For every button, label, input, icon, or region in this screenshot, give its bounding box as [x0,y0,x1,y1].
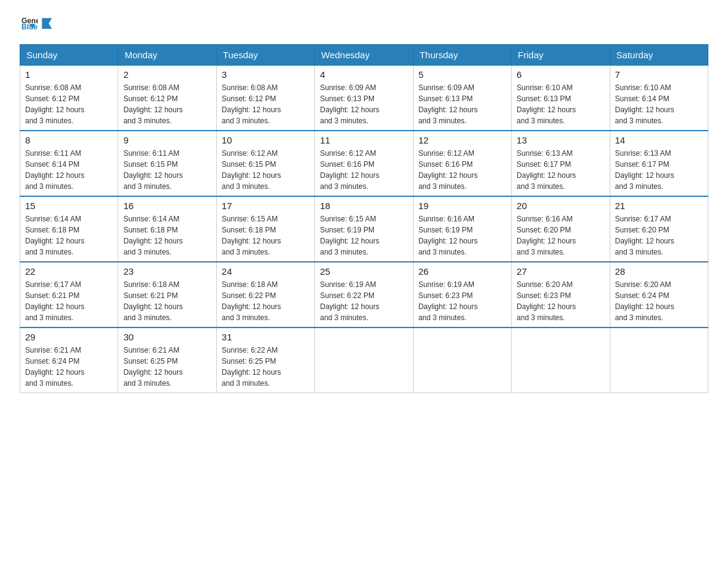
day-info: Sunrise: 6:21 AM Sunset: 6:25 PM Dayligh… [123,345,211,389]
header-thursday: Thursday [413,45,511,66]
day-number: 4 [320,69,408,80]
calendar-table: Sunday Monday Tuesday Wednesday Thursday… [20,44,708,393]
day-info: Sunrise: 6:16 AM Sunset: 6:19 PM Dayligh… [419,213,506,258]
calendar-cell: 17 Sunrise: 6:15 AM Sunset: 6:18 PM Dayl… [216,196,314,262]
calendar-cell: 30 Sunrise: 6:21 AM Sunset: 6:25 PM Dayl… [118,327,216,393]
logo-flag-icon [39,15,53,29]
day-number: 13 [517,135,604,145]
day-number: 24 [222,266,309,277]
day-number: 9 [123,135,211,145]
day-number: 27 [517,266,604,277]
day-number: 2 [123,69,211,80]
day-number: 3 [222,69,309,80]
day-number: 30 [123,332,211,342]
day-info: Sunrise: 6:17 AM Sunset: 6:20 PM Dayligh… [615,213,703,258]
day-number: 8 [25,135,113,145]
day-number: 25 [320,266,408,277]
day-info: Sunrise: 6:13 AM Sunset: 6:17 PM Dayligh… [517,148,604,192]
day-info: Sunrise: 6:11 AM Sunset: 6:15 PM Dayligh… [123,148,211,192]
day-number: 1 [25,69,113,80]
calendar-week-2: 8 Sunrise: 6:11 AM Sunset: 6:14 PM Dayli… [20,131,708,196]
day-number: 28 [615,266,703,277]
calendar-cell: 29 Sunrise: 6:21 AM Sunset: 6:24 PM Dayl… [20,327,118,393]
day-info: Sunrise: 6:17 AM Sunset: 6:21 PM Dayligh… [25,279,113,323]
day-info: Sunrise: 6:14 AM Sunset: 6:18 PM Dayligh… [123,213,211,258]
day-info: Sunrise: 6:21 AM Sunset: 6:24 PM Dayligh… [25,345,113,389]
day-number: 26 [419,266,506,277]
calendar-cell: 19 Sunrise: 6:16 AM Sunset: 6:19 PM Dayl… [413,196,511,262]
calendar-cell: 5 Sunrise: 6:09 AM Sunset: 6:13 PM Dayli… [413,66,511,131]
calendar-cell: 23 Sunrise: 6:18 AM Sunset: 6:21 PM Dayl… [118,262,216,327]
header-wednesday: Wednesday [315,45,413,66]
day-info: Sunrise: 6:12 AM Sunset: 6:16 PM Dayligh… [320,148,408,192]
day-info: Sunrise: 6:15 AM Sunset: 6:19 PM Dayligh… [320,213,408,258]
logo-icon: General Blue [21,15,38,32]
day-number: 15 [25,201,113,211]
logo: General Blue [20,15,53,32]
header-monday: Monday [118,45,216,66]
day-number: 16 [123,201,211,211]
calendar-header-row: Sunday Monday Tuesday Wednesday Thursday… [20,45,708,66]
day-info: Sunrise: 6:22 AM Sunset: 6:25 PM Dayligh… [222,345,309,389]
day-info: Sunrise: 6:20 AM Sunset: 6:23 PM Dayligh… [517,279,604,323]
calendar-cell: 2 Sunrise: 6:08 AM Sunset: 6:12 PM Dayli… [118,66,216,131]
day-info: Sunrise: 6:12 AM Sunset: 6:16 PM Dayligh… [419,148,506,192]
calendar-cell: 26 Sunrise: 6:19 AM Sunset: 6:23 PM Dayl… [413,262,511,327]
calendar-cell: 3 Sunrise: 6:08 AM Sunset: 6:12 PM Dayli… [216,66,314,131]
day-info: Sunrise: 6:09 AM Sunset: 6:13 PM Dayligh… [419,82,506,126]
calendar-cell: 24 Sunrise: 6:18 AM Sunset: 6:22 PM Dayl… [216,262,314,327]
calendar-cell: 27 Sunrise: 6:20 AM Sunset: 6:23 PM Dayl… [512,262,610,327]
day-info: Sunrise: 6:08 AM Sunset: 6:12 PM Dayligh… [123,82,211,126]
calendar-cell: 28 Sunrise: 6:20 AM Sunset: 6:24 PM Dayl… [610,262,708,327]
calendar-cell: 10 Sunrise: 6:12 AM Sunset: 6:15 PM Dayl… [216,131,314,196]
calendar-cell: 14 Sunrise: 6:13 AM Sunset: 6:17 PM Dayl… [610,131,708,196]
day-info: Sunrise: 6:18 AM Sunset: 6:22 PM Dayligh… [222,279,309,323]
calendar-week-5: 29 Sunrise: 6:21 AM Sunset: 6:24 PM Dayl… [20,327,708,393]
day-info: Sunrise: 6:14 AM Sunset: 6:18 PM Dayligh… [25,213,113,258]
calendar-cell: 8 Sunrise: 6:11 AM Sunset: 6:14 PM Dayli… [20,131,118,196]
day-info: Sunrise: 6:08 AM Sunset: 6:12 PM Dayligh… [222,82,309,126]
page-header: General Blue [20,15,708,32]
header-tuesday: Tuesday [216,45,314,66]
day-number: 22 [25,266,113,277]
day-number: 23 [123,266,211,277]
calendar-cell: 25 Sunrise: 6:19 AM Sunset: 6:22 PM Dayl… [315,262,413,327]
day-info: Sunrise: 6:19 AM Sunset: 6:22 PM Dayligh… [320,279,408,323]
calendar-cell: 22 Sunrise: 6:17 AM Sunset: 6:21 PM Dayl… [20,262,118,327]
calendar-week-4: 22 Sunrise: 6:17 AM Sunset: 6:21 PM Dayl… [20,262,708,327]
calendar-week-3: 15 Sunrise: 6:14 AM Sunset: 6:18 PM Dayl… [20,196,708,262]
day-info: Sunrise: 6:15 AM Sunset: 6:18 PM Dayligh… [222,213,309,258]
header-sunday: Sunday [20,45,118,66]
svg-marker-3 [42,18,52,29]
day-number: 19 [419,201,506,211]
day-number: 6 [517,69,604,80]
calendar-cell: 13 Sunrise: 6:13 AM Sunset: 6:17 PM Dayl… [512,131,610,196]
day-info: Sunrise: 6:18 AM Sunset: 6:21 PM Dayligh… [123,279,211,323]
calendar-week-1: 1 Sunrise: 6:08 AM Sunset: 6:12 PM Dayli… [20,66,708,131]
calendar-cell: 21 Sunrise: 6:17 AM Sunset: 6:20 PM Dayl… [610,196,708,262]
calendar-cell: 15 Sunrise: 6:14 AM Sunset: 6:18 PM Dayl… [20,196,118,262]
day-info: Sunrise: 6:11 AM Sunset: 6:14 PM Dayligh… [25,148,113,192]
calendar-cell: 11 Sunrise: 6:12 AM Sunset: 6:16 PM Dayl… [315,131,413,196]
day-number: 29 [25,332,113,342]
calendar-cell: 12 Sunrise: 6:12 AM Sunset: 6:16 PM Dayl… [413,131,511,196]
day-info: Sunrise: 6:20 AM Sunset: 6:24 PM Dayligh… [615,279,703,323]
day-info: Sunrise: 6:12 AM Sunset: 6:15 PM Dayligh… [222,148,309,192]
calendar-cell: 6 Sunrise: 6:10 AM Sunset: 6:13 PM Dayli… [512,66,610,131]
calendar-cell [315,327,413,393]
day-number: 20 [517,201,604,211]
day-number: 21 [615,201,703,211]
calendar-cell [512,327,610,393]
day-info: Sunrise: 6:10 AM Sunset: 6:13 PM Dayligh… [517,82,604,126]
calendar-cell: 31 Sunrise: 6:22 AM Sunset: 6:25 PM Dayl… [216,327,314,393]
day-number: 5 [419,69,506,80]
day-info: Sunrise: 6:08 AM Sunset: 6:12 PM Dayligh… [25,82,113,126]
calendar-cell: 16 Sunrise: 6:14 AM Sunset: 6:18 PM Dayl… [118,196,216,262]
day-number: 17 [222,201,309,211]
day-info: Sunrise: 6:19 AM Sunset: 6:23 PM Dayligh… [419,279,506,323]
day-number: 12 [419,135,506,145]
svg-text:Blue: Blue [21,23,38,31]
calendar-cell: 7 Sunrise: 6:10 AM Sunset: 6:14 PM Dayli… [610,66,708,131]
calendar-cell [610,327,708,393]
header-saturday: Saturday [610,45,708,66]
